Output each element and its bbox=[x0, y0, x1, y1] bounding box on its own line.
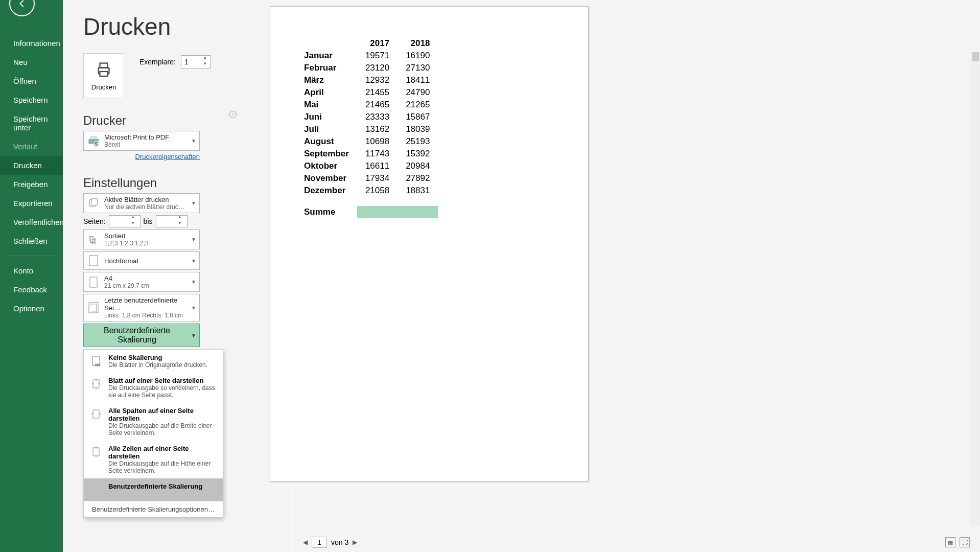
orientation-select[interactable]: Hochformat ▼ bbox=[83, 251, 200, 270]
scaling-option-sub: Die Blätter in Originalgröße drucken. bbox=[108, 361, 207, 369]
page-from-spinner[interactable]: ▲▼ bbox=[109, 215, 141, 227]
table-row: August1069825193 bbox=[296, 135, 438, 148]
page-title: Drucken bbox=[83, 13, 237, 40]
scaling-option-icon bbox=[89, 482, 103, 497]
scaling-option-sub: Die Druckausgabe auf die Breite einer Se… bbox=[108, 422, 218, 436]
current-page-input[interactable] bbox=[312, 537, 327, 548]
sidebar-divider bbox=[8, 256, 55, 256]
table-row: Juli1316218039 bbox=[296, 123, 438, 135]
copies-spinner[interactable]: ▲▼ bbox=[181, 55, 211, 68]
spinner-down-icon[interactable]: ▼ bbox=[176, 221, 184, 227]
page-to-input[interactable] bbox=[156, 217, 176, 225]
chevron-down-icon: ▼ bbox=[191, 333, 196, 338]
spinner-down-icon[interactable]: ▼ bbox=[129, 221, 137, 227]
margins-sub: Links: 1,8 cm Rechts: 1,8 cm bbox=[104, 312, 187, 319]
portrait-icon bbox=[87, 254, 100, 267]
svg-text:100: 100 bbox=[95, 363, 101, 366]
copies-input[interactable] bbox=[181, 58, 201, 66]
sidebar-item-konto[interactable]: Konto bbox=[0, 261, 63, 280]
paper-size-select[interactable]: A421 cm x 29,7 cm ▼ bbox=[83, 272, 200, 292]
scaling-title: Benutzerdefinierte Skalierung bbox=[87, 326, 187, 344]
scaling-dropdown-menu: 100Keine SkalierungDie Blätter in Origin… bbox=[83, 349, 223, 518]
paper-sub: 21 cm x 29,7 cm bbox=[104, 282, 187, 289]
sidebar-item-veröffentlichen[interactable]: Veröffentlichen bbox=[0, 213, 63, 232]
collate-icon bbox=[87, 233, 100, 246]
printer-select[interactable]: Microsoft Print to PDF Bereit ▼ bbox=[83, 131, 200, 151]
table-header: 2018 bbox=[398, 37, 438, 50]
table-row: März1293218411 bbox=[296, 74, 438, 86]
margins-select[interactable]: Letzte benutzerdefinierte Sei…Links: 1,8… bbox=[83, 294, 200, 321]
print-scope-select[interactable]: Aktive Blätter drucken Nur die aktiven B… bbox=[83, 193, 200, 213]
print-scope-title: Aktive Blätter drucken bbox=[104, 196, 187, 203]
sidebar-item-speichern-unter[interactable]: Speichern unter bbox=[0, 109, 63, 137]
scaling-option-title: Blatt auf einer Seite darstellen bbox=[108, 377, 218, 384]
svg-rect-8 bbox=[89, 236, 93, 241]
scaling-option-1[interactable]: Blatt auf einer Seite darstellenDie Druc… bbox=[84, 373, 223, 403]
svg-rect-1 bbox=[100, 63, 108, 67]
show-margins-button[interactable]: ▦ bbox=[945, 537, 955, 547]
sidebar-item-öffnen[interactable]: Öffnen bbox=[0, 72, 63, 90]
scaling-option-icon bbox=[89, 445, 103, 459]
collate-title: Sortiert bbox=[104, 232, 187, 240]
scaling-option-title: Alle Zeilen auf einer Seite darstellen bbox=[108, 445, 218, 460]
scaling-option-0[interactable]: 100Keine SkalierungDie Blätter in Origin… bbox=[84, 350, 223, 373]
page-to-spinner[interactable]: ▲▼ bbox=[156, 215, 188, 227]
scaling-option-4[interactable]: Benutzerdefinierte Skalierung bbox=[84, 478, 223, 501]
margins-title: Letzte benutzerdefinierte Sei… bbox=[104, 296, 187, 312]
scaling-option-2[interactable]: Alle Spalten auf einer Seite darstellenD… bbox=[84, 403, 223, 441]
spinner-down-icon[interactable]: ▼ bbox=[201, 62, 209, 68]
printer-properties-link[interactable]: Druckereigenschaften bbox=[83, 153, 200, 160]
printer-heading: Drucker bbox=[83, 113, 126, 128]
scaling-option-title: Alle Spalten auf einer Seite darstellen bbox=[108, 407, 218, 422]
svg-rect-12 bbox=[90, 277, 97, 287]
chevron-down-icon: ▼ bbox=[191, 200, 196, 206]
settings-heading: Einstellungen bbox=[83, 176, 237, 190]
paper-title: A4 bbox=[104, 274, 187, 282]
page-from-input[interactable] bbox=[109, 217, 129, 225]
chevron-down-icon: ▼ bbox=[191, 305, 196, 311]
sidebar-item-feedback[interactable]: Feedback bbox=[0, 280, 63, 299]
collate-select[interactable]: Sortiert1;2;3 1;2;3 1;2;3 ▼ bbox=[83, 229, 200, 249]
margins-toggle-icon: ▦ bbox=[948, 539, 953, 546]
main-area: Drucken Drucken Exemplare: ▲▼ Drucker i bbox=[63, 0, 980, 552]
table-row: Oktober1661120984 bbox=[296, 160, 438, 172]
prev-page-button[interactable]: ◀ bbox=[303, 539, 308, 546]
sidebar-item-optionen[interactable]: Optionen bbox=[0, 299, 63, 318]
next-page-button[interactable]: ▶ bbox=[353, 539, 357, 546]
collate-sub: 1;2;3 1;2;3 1;2;3 bbox=[104, 240, 187, 247]
arrow-left-icon bbox=[16, 0, 28, 9]
chevron-down-icon: ▼ bbox=[191, 258, 196, 264]
scaling-option-icon bbox=[89, 407, 103, 421]
svg-rect-2 bbox=[100, 72, 108, 76]
sidebar-item-freigeben[interactable]: Freigeben bbox=[0, 175, 63, 194]
sidebar-item-speichern[interactable]: Speichern bbox=[0, 90, 63, 109]
sidebar-item-neu[interactable]: Neu bbox=[0, 53, 63, 72]
copies-label: Exemplare: bbox=[139, 58, 176, 66]
preview-footer: ◀ von 3 ▶ ▦ ⛶ bbox=[303, 535, 970, 550]
scaling-select[interactable]: Benutzerdefinierte Skalierung ▼ bbox=[83, 324, 200, 347]
print-button-label: Drucken bbox=[91, 83, 116, 91]
scrollbar-thumb[interactable] bbox=[972, 52, 979, 61]
sidebar-item-drucken[interactable]: Drucken bbox=[0, 156, 63, 175]
preview-scrollbar[interactable] bbox=[971, 51, 980, 526]
backstage-sidebar: InformationenNeuÖffnenSpeichernSpeichern… bbox=[0, 0, 63, 552]
sidebar-item-exportieren[interactable]: Exportieren bbox=[0, 194, 63, 213]
scaling-option-sub: Die Druckausgabe so verkleinern, dass si… bbox=[108, 384, 218, 399]
scaling-option-3[interactable]: Alle Zeilen auf einer Seite darstellenDi… bbox=[84, 441, 223, 478]
table-row: Februar2312027130 bbox=[296, 62, 438, 74]
info-icon[interactable]: i bbox=[229, 111, 237, 118]
scaling-option-sub: Die Druckausgabe auf die Höhe einer Seit… bbox=[108, 460, 218, 474]
svg-rect-19 bbox=[93, 448, 99, 456]
back-button[interactable] bbox=[9, 0, 35, 16]
svg-rect-14 bbox=[90, 304, 97, 311]
table-row: Mai2146521265 bbox=[296, 99, 438, 111]
page-count-label: von 3 bbox=[331, 538, 348, 546]
print-scope-sub: Nur die aktiven Blätter druc… bbox=[104, 203, 187, 211]
zoom-icon: ⛶ bbox=[962, 539, 968, 545]
print-button[interactable]: Drucken bbox=[83, 53, 124, 98]
zoom-to-page-button[interactable]: ⛶ bbox=[960, 537, 970, 547]
print-preview-page: 20172018Januar1957116190Februar231202713… bbox=[270, 6, 589, 481]
sidebar-item-schließen[interactable]: Schließen bbox=[0, 232, 63, 250]
scaling-options-link[interactable]: Benutzerdefinierte Skalierungsoptionen… bbox=[84, 501, 223, 517]
sidebar-item-informationen[interactable]: Informationen bbox=[0, 34, 63, 53]
